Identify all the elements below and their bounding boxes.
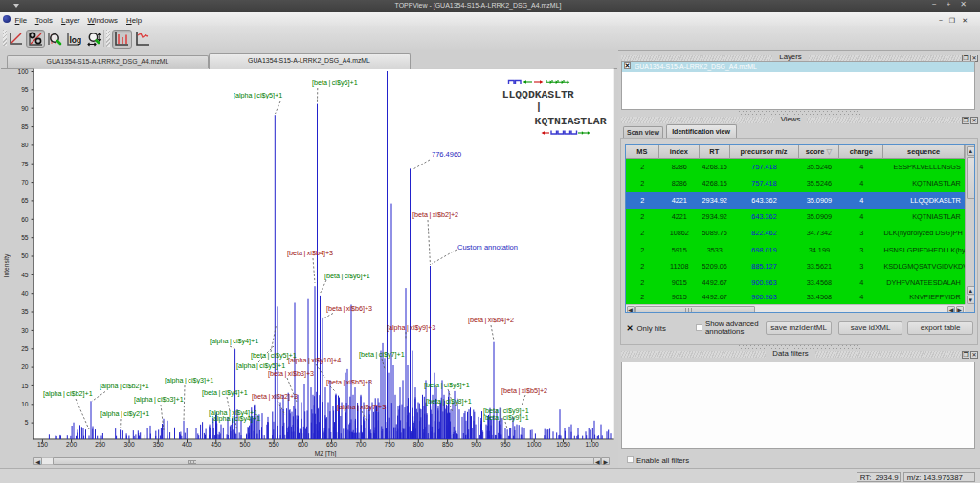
svg-text:30: 30 [21,327,29,334]
svg-text:[alpha | ci$y2]+1: [alpha | ci$y2]+1 [100,409,149,418]
svg-text:55: 55 [21,234,29,241]
svg-text:700: 700 [355,441,366,448]
svg-text:[alpha | xi$y7]+3: [alpha | xi$y7]+3 [337,403,386,411]
svg-text:75: 75 [21,161,29,167]
svg-text:1000: 1000 [527,441,542,448]
svg-text:[alpha | xi$y9]+3: [alpha | xi$y9]+3 [387,323,435,332]
svg-text:[alpha | ci$b2]+1: [alpha | ci$b2]+1 [43,389,93,398]
svg-text:[beta | ci$y9]+1: [beta | ci$y9]+1 [483,413,529,422]
svg-text:[alpha | ci$y5]+1: [alpha | ci$y5]+1 [234,91,282,99]
svg-text:35: 35 [21,308,29,315]
svg-text:Custom annotation: Custom annotation [457,243,518,252]
svg-text:[beta | xi$b3]+3: [beta | xi$b3]+3 [268,369,314,378]
svg-text:800: 800 [413,441,424,448]
svg-text:20: 20 [21,363,29,370]
svg-text:[beta | ci$y8]+1: [beta | ci$y8]+1 [426,397,472,406]
svg-text:150: 150 [37,441,48,448]
svg-text:LLQQDKASLTR: LLQQDKASLTR [502,89,574,100]
svg-text:80: 80 [21,142,29,148]
svg-text:50: 50 [21,252,29,259]
svg-text:70: 70 [21,179,29,186]
svg-text:250: 250 [95,441,105,448]
svg-text:15: 15 [21,383,29,389]
svg-text:45: 45 [21,272,29,278]
svg-text:[beta | xi$b2]+2: [beta | xi$b2]+2 [412,210,458,219]
svg-text:10: 10 [21,401,29,407]
svg-text:[beta | xi$b6]+3: [beta | xi$b6]+3 [326,304,372,313]
svg-text:900: 900 [471,441,481,448]
svg-text:40: 40 [21,290,29,296]
svg-text:[beta | ci$y4]+1: [beta | ci$y4]+1 [202,388,248,397]
svg-text:650: 650 [326,441,337,448]
svg-text:[alpha | ci$y3]+1: [alpha | ci$y3]+1 [165,376,213,384]
svg-text:1050: 1050 [556,441,570,448]
svg-text:KQTNIASTLAR: KQTNIASTLAR [535,116,607,127]
svg-text:[beta | xi$b4]+3: [beta | xi$b4]+3 [287,249,333,257]
svg-text:[alpha | xi$y10]+4: [alpha | xi$y10]+4 [288,356,341,364]
svg-text:[alpha | ci$b2]+1: [alpha | ci$b2]+1 [100,382,149,390]
svg-text:95: 95 [21,86,29,93]
svg-text:600: 600 [298,441,308,448]
svg-text:200: 200 [66,441,77,448]
svg-text:|: | [535,101,542,113]
svg-text:550: 550 [269,441,279,448]
svg-text:[beta | ci$y8]+1: [beta | ci$y8]+1 [424,381,470,389]
svg-text:350: 350 [153,441,164,448]
svg-text:850: 850 [442,441,453,448]
svg-text:776.4960: 776.4960 [432,150,461,159]
svg-text:[alpha | ci$y4]+1: [alpha | ci$y4]+1 [212,414,260,423]
svg-text:85: 85 [21,123,29,130]
svg-text:90: 90 [21,105,29,112]
svg-text:[alpha | ci$b3]+1: [alpha | ci$b3]+1 [134,395,184,404]
svg-text:[beta | xi$b2]+3: [beta | xi$b2]+3 [252,392,298,401]
svg-text:[beta | xi$b5]+2: [beta | xi$b5]+2 [501,386,547,395]
svg-text:450: 450 [211,441,221,448]
svg-text:400: 400 [182,441,192,448]
svg-text:500: 500 [239,441,250,448]
svg-text:750: 750 [385,441,395,448]
svg-text:[beta | ci$y6]+1: [beta | ci$y6]+1 [324,272,370,280]
svg-text:60: 60 [21,216,29,223]
svg-text:950: 950 [500,441,510,448]
svg-text:1100: 1100 [586,441,600,448]
svg-text:[beta | ci$y7]+1: [beta | ci$y7]+1 [359,350,405,359]
svg-text:65: 65 [21,197,29,204]
svg-text:[alpha | ci$y4]+1: [alpha | ci$y4]+1 [210,337,258,345]
svg-text:100: 100 [17,68,28,75]
svg-text:[beta | xi$b5]+3: [beta | xi$b5]+3 [326,378,372,386]
svg-text:5: 5 [25,419,29,426]
svg-text:Intensity: Intensity [3,253,11,277]
svg-text:300: 300 [124,441,135,448]
svg-text:25: 25 [21,345,29,352]
svg-text:log: log [70,35,82,45]
svg-text:[beta | xi$b4]+2: [beta | xi$b4]+2 [468,316,514,324]
svg-text:[beta | ci$y6]+1: [beta | ci$y6]+1 [312,78,358,87]
